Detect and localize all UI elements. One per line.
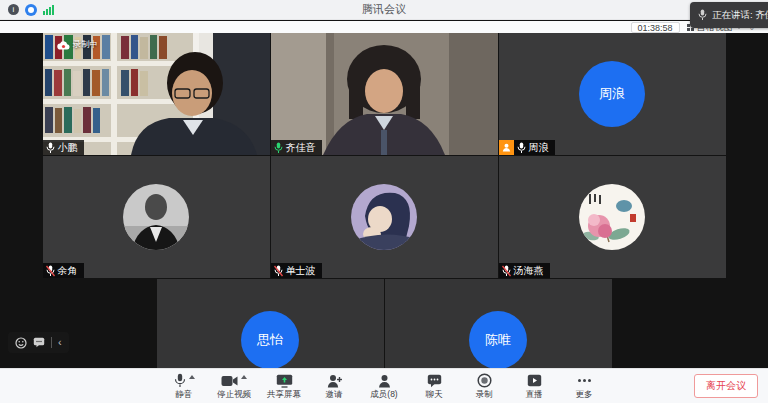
avatar: 周浪 xyxy=(579,61,645,127)
meeting-timer: 01:38:58 xyxy=(631,22,680,33)
live-stream-button[interactable]: 直播 xyxy=(511,371,557,401)
avatar-tile-yujiao[interactable]: 余角 xyxy=(43,156,270,278)
mic-muted-icon xyxy=(274,265,283,277)
grid-row-1: 录制中 小鹏 xyxy=(43,33,726,155)
participant-name: 汤海燕 xyxy=(514,264,544,278)
mic-options-chevron[interactable] xyxy=(189,375,195,379)
button-label: 录制 xyxy=(476,389,493,401)
avatar xyxy=(579,184,645,250)
mic-speaking-icon xyxy=(274,142,283,154)
recording-label: 录制中 xyxy=(73,39,99,51)
nameplate: 余角 xyxy=(43,263,84,278)
avatar xyxy=(123,184,189,250)
grid-row-2: 余角 xyxy=(43,156,726,278)
button-label: 停止视频 xyxy=(217,389,251,401)
more-button[interactable]: 更多 xyxy=(561,371,607,401)
bottom-toolbar: 静音 停止视频 xyxy=(0,368,768,403)
mic-muted-icon xyxy=(502,265,511,277)
emoji-icon[interactable] xyxy=(15,337,27,349)
more-dots-icon xyxy=(578,379,591,382)
leave-meeting-button[interactable]: 离开会议 xyxy=(694,374,758,398)
nameplate: 汤海燕 xyxy=(499,263,550,278)
video-tile-xiaopeng[interactable]: 录制中 小鹏 xyxy=(43,33,270,155)
nameplate: 周浪 xyxy=(499,140,555,155)
divider xyxy=(51,337,52,348)
meeting-controls-bar: 01:38:58 宫格视图 ⌄⌃ xyxy=(0,21,768,33)
title-bar: i 腾讯会议 xyxy=(0,0,768,20)
chat-icon xyxy=(427,374,442,388)
mute-button[interactable]: 静音 xyxy=(161,371,207,401)
security-status-icon[interactable]: i xyxy=(8,4,19,15)
chat-button[interactable]: 聊天 xyxy=(411,371,457,401)
host-badge-icon xyxy=(499,140,514,155)
participant-name: 小鹏 xyxy=(58,141,78,155)
camera-icon xyxy=(221,375,238,387)
quick-reaction-bar: ‹ xyxy=(8,332,69,353)
meeting-window: i 腾讯会议 01:38:58 宫格视图 ⌄⌃ 正在讲话: 齐佳音 xyxy=(0,0,768,403)
mic-muted-icon xyxy=(46,265,55,277)
members-icon xyxy=(378,374,391,388)
avatar: 思怡 xyxy=(241,311,299,368)
nameplate: 单士波 xyxy=(271,263,322,278)
button-label: 共享屏幕 xyxy=(267,389,301,401)
video-tile-qijiayin[interactable]: 齐佳音 xyxy=(271,33,498,155)
button-label: 成员(8) xyxy=(370,389,397,401)
avatar: 陈唯 xyxy=(469,311,527,368)
avatar-tile-chenwei[interactable]: 陈唯 xyxy=(385,279,612,368)
speaking-label: 正在讲话: 齐佳音 xyxy=(712,9,768,22)
live-icon xyxy=(527,374,542,387)
network-signal-icon[interactable] xyxy=(43,5,54,15)
mic-on-icon xyxy=(46,142,55,154)
window-title: 腾讯会议 xyxy=(0,2,768,17)
avatar-tile-siyi[interactable]: 思怡 xyxy=(157,279,384,368)
avatar xyxy=(351,184,417,250)
collapse-chevron-icon[interactable]: ‹ xyxy=(58,337,62,348)
nameplate: 小鹏 xyxy=(43,140,84,155)
share-screen-icon xyxy=(276,374,293,388)
avatar-tile-zhoulang[interactable]: 周浪 周浪 xyxy=(499,33,726,155)
nameplate: 齐佳音 xyxy=(271,140,322,155)
share-screen-button[interactable]: 共享屏幕 xyxy=(261,371,307,401)
invite-icon xyxy=(327,374,342,388)
participant-name: 齐佳音 xyxy=(286,141,316,155)
record-button[interactable]: 录制 xyxy=(461,371,507,401)
stop-video-button[interactable]: 停止视频 xyxy=(211,371,257,401)
avatar-tile-shanshibo[interactable]: 单士波 xyxy=(271,156,498,278)
mic-icon xyxy=(174,373,186,388)
mic-on-icon xyxy=(517,142,526,154)
button-label: 直播 xyxy=(526,389,543,401)
speaking-indicator: 正在讲话: 齐佳音 xyxy=(690,2,768,28)
video-grid: 录制中 小鹏 xyxy=(0,33,768,368)
button-label: 聊天 xyxy=(426,389,443,401)
button-label: 静音 xyxy=(176,389,193,401)
recording-indicator: 录制中 xyxy=(57,39,99,51)
invite-button[interactable]: 邀请 xyxy=(311,371,357,401)
button-label: 更多 xyxy=(576,389,593,401)
participant-name: 单士波 xyxy=(286,264,316,278)
video-frame xyxy=(43,33,270,155)
cloud-record-icon xyxy=(57,41,70,50)
record-icon xyxy=(477,373,492,388)
participant-name: 周浪 xyxy=(529,141,549,155)
members-button[interactable]: 成员(8) xyxy=(361,371,407,401)
video-options-chevron[interactable] xyxy=(241,375,247,379)
video-frame xyxy=(271,33,498,155)
avatar-tile-tanghaiyan[interactable]: 汤海燕 xyxy=(499,156,726,278)
message-icon[interactable] xyxy=(33,337,45,348)
shield-icon[interactable] xyxy=(25,4,37,16)
grid-row-3: 思怡 陈唯 xyxy=(157,279,612,368)
button-label: 邀请 xyxy=(326,389,343,401)
participant-name: 余角 xyxy=(58,264,78,278)
mic-icon xyxy=(698,9,707,21)
